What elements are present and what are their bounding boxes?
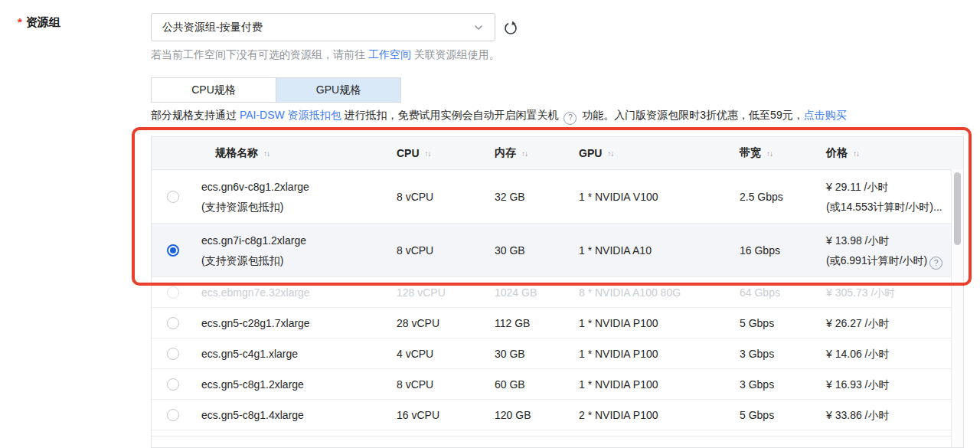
radio-button[interactable]: [167, 409, 179, 421]
spec-table: 规格名称 ↑↓ CPU ↑↓ 内存 ↑↓ GPU ↑↓ 带宽 ↑↓ 价格 ↑↓ …: [151, 136, 964, 448]
sort-icon[interactable]: ↑↓: [766, 149, 773, 158]
cell-spec-name: ecs.ebmgn7e.32xlarge: [194, 283, 381, 302]
cell-memory: 1024 GB: [477, 283, 569, 302]
cell-price: ¥ 305.73 /小时: [811, 283, 963, 302]
price-per-hour: ¥ 13.98 /小时: [826, 231, 963, 250]
resource-group-label: *资源组: [18, 15, 60, 30]
cell-spec-name: ecs.gn5-c8g1.4xlarge: [194, 405, 381, 425]
resource-selection-page: *资源组 公共资源组-按量付费 若当前工作空间下没有可选的资源组，请前往 工作空…: [0, 0, 980, 448]
cell-bandwidth: 3 Gbps: [722, 344, 811, 364]
sort-icon[interactable]: ↑↓: [263, 149, 270, 158]
cell-spec-name: ecs.gn7i-c8g1.2xlarge (支持资源包抵扣): [194, 231, 381, 270]
cell-bandwidth: 2.5 Gbps: [722, 187, 811, 207]
cell-bandwidth: 3 Gbps: [722, 374, 811, 394]
table-row[interactable]: ecs.gn6v-c8g1.2xlarge (支持资源包抵扣) 8 vCPU 3…: [152, 170, 963, 224]
header-cell-label: 规格名称: [215, 146, 258, 160]
table-body: ecs.gn6v-c8g1.2xlarge (支持资源包抵扣) 8 vCPU 3…: [152, 170, 963, 430]
radio-button[interactable]: [167, 317, 179, 329]
cell-spec-name: ecs.gn6v-c8g1.2xlarge (支持资源包抵扣): [194, 177, 381, 217]
spec-name: ecs.gn6v-c8g1.2xlarge: [201, 177, 381, 197]
cell-cpu: 4 vCPU: [381, 344, 477, 364]
hint-text-pre: 若当前工作空间下没有可选的资源组，请前往: [151, 48, 368, 60]
refresh-icon: [502, 20, 519, 37]
cell-memory: 112 GB: [477, 313, 569, 333]
question-circle-icon[interactable]: ?: [564, 112, 577, 125]
sort-icon[interactable]: ↑↓: [521, 149, 528, 158]
spec-tabs: CPU规格 GPU规格: [151, 77, 401, 103]
header-cell-label: CPU: [397, 147, 420, 159]
chevron-down-icon: [473, 22, 484, 33]
deduction-package-link[interactable]: PAI-DSW 资源抵扣包: [240, 109, 341, 121]
price-compute-hours: (或14.553计算时/小时)...: [826, 201, 942, 213]
price-per-hour: ¥ 26.27 /小时: [826, 313, 963, 333]
spec-name: ecs.gn7i-c8g1.2xlarge: [201, 231, 381, 250]
cell-spec-name: ecs.gn5-c4g1.xlarge: [194, 344, 381, 364]
spec-name: ecs.gn5-c28g1.7xlarge: [201, 313, 381, 333]
scrollbar-thumb[interactable]: [954, 172, 961, 245]
cell-memory: 60 GB: [477, 374, 569, 394]
buy-now-link[interactable]: 点击购买: [804, 109, 847, 121]
cell-gpu: 1 * NVIDIA V100: [569, 187, 722, 207]
cell-cpu: 8 vCPU: [381, 240, 477, 260]
tab-gpu-spec[interactable]: GPU规格: [276, 78, 400, 102]
sort-icon[interactable]: ↑↓: [607, 149, 613, 158]
radio-button[interactable]: [167, 191, 179, 203]
resource-group-select[interactable]: 公共资源组-按量付费: [151, 13, 495, 41]
workspace-link[interactable]: 工作空间: [368, 48, 411, 60]
table-header: 规格名称 ↑↓ CPU ↑↓ 内存 ↑↓ GPU ↑↓ 带宽 ↑↓ 价格 ↑↓: [152, 137, 963, 170]
cell-gpu: 1 * NVIDIA P100: [569, 313, 722, 333]
price-per-hour: ¥ 16.93 /小时: [826, 374, 963, 394]
price-per-hour: ¥ 305.73 /小时: [826, 283, 963, 302]
sort-icon[interactable]: ↑↓: [425, 149, 431, 158]
price-compute-hours: (或6.991计算时/小时): [826, 254, 927, 267]
cell-price: ¥ 33.86 /小时: [811, 405, 963, 425]
workspace-hint: 若当前工作空间下没有可选的资源组，请前往 工作空间 关联资源组使用。: [151, 48, 500, 62]
spec-name: ecs.gn5-c8g1.2xlarge: [201, 374, 381, 394]
price-help-icon[interactable]: ?: [929, 257, 942, 270]
table-row[interactable]: ecs.gn5-c8g1.2xlarge 8 vCPU 60 GB 1 * NV…: [152, 369, 963, 400]
table-row[interactable]: ecs.gn5-c8g1.4xlarge 16 vCPU 120 GB 2 * …: [152, 400, 963, 430]
cell-price: ¥ 14.06 /小时: [811, 344, 963, 364]
notice-text-3: 功能。入门版资源包限时3折优惠，低至59元，: [579, 109, 803, 121]
notice-text-1: 部分规格支持通过: [151, 109, 240, 121]
table-row[interactable]: ecs.gn5-c28g1.7xlarge 28 vCPU 112 GB 1 *…: [152, 308, 963, 338]
cell-memory: 120 GB: [477, 405, 569, 425]
spec-name-note: (支持资源包抵扣): [201, 197, 381, 217]
header-cell: 价格 ↑↓: [811, 146, 963, 160]
cell-bandwidth: 64 Gbps: [722, 283, 811, 302]
cell-gpu: 1 * NVIDIA P100: [569, 374, 722, 394]
sort-icon[interactable]: ↑↓: [853, 149, 859, 158]
price-per-hour: ¥ 29.11 /小时: [826, 177, 963, 197]
cell-cpu: 8 vCPU: [381, 374, 477, 394]
cell-cpu: 128 vCPU: [381, 283, 477, 302]
price-per-hour: ¥ 33.86 /小时: [826, 405, 963, 425]
header-cell: 带宽 ↑↓: [722, 146, 811, 160]
resource-group-label-text: 资源组: [26, 15, 60, 28]
radio-button[interactable]: [167, 378, 179, 391]
cell-spec-name: ecs.gn5-c8g1.2xlarge: [194, 374, 381, 394]
cell-cpu: 8 vCPU: [381, 187, 477, 207]
cell-cpu: 28 vCPU: [381, 313, 477, 333]
cell-memory: 32 GB: [477, 187, 569, 207]
cell-price: ¥ 29.11 /小时 (或14.553计算时/小时)...: [811, 177, 963, 217]
radio-button[interactable]: [167, 348, 179, 360]
cell-bandwidth: 5 Gbps: [722, 313, 811, 333]
header-cell-label: 价格: [826, 146, 848, 160]
table-row[interactable]: ecs.gn5-c4g1.xlarge 4 vCPU 30 GB 1 * NVI…: [152, 338, 963, 369]
cell-spec-name: ecs.gn5-c28g1.7xlarge: [194, 313, 381, 333]
cell-price: ¥ 16.93 /小时: [811, 374, 963, 394]
cell-bandwidth: 16 Gbps: [722, 240, 811, 260]
header-cell-label: 内存: [495, 146, 516, 160]
table-row[interactable]: ecs.ebmgn7e.32xlarge 128 vCPU 1024 GB 8 …: [152, 277, 963, 308]
spec-name: ecs.ebmgn7e.32xlarge: [201, 283, 381, 302]
cell-price: ¥ 26.27 /小时: [811, 313, 963, 333]
cell-cpu: 16 vCPU: [381, 405, 477, 425]
header-cell: CPU ↑↓: [381, 147, 477, 159]
refresh-button[interactable]: [501, 19, 520, 38]
radio-button[interactable]: [167, 244, 179, 257]
spec-name: ecs.gn5-c8g1.4xlarge: [201, 405, 381, 425]
hint-text-post: 关联资源组使用。: [411, 48, 500, 60]
tab-cpu-spec[interactable]: CPU规格: [152, 78, 276, 102]
table-row[interactable]: ecs.gn7i-c8g1.2xlarge (支持资源包抵扣) 8 vCPU 3…: [152, 224, 963, 277]
radio-button[interactable]: [167, 286, 179, 299]
